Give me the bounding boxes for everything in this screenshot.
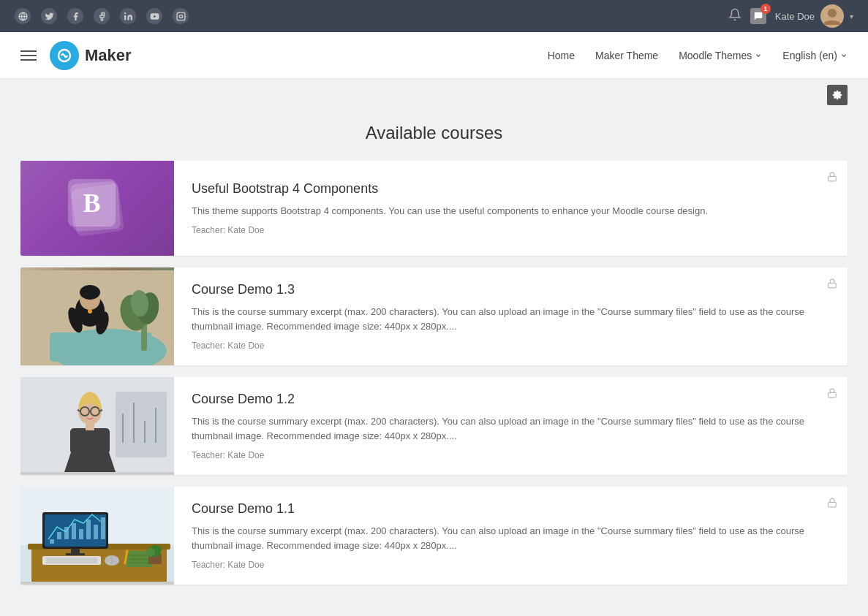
linkedin-icon[interactable] [120,8,136,24]
user-name: Kate Doe [775,11,815,22]
facebook-icon[interactable] [67,8,83,24]
course-body: Useful Bootstrap 4 Components This theme… [174,161,848,256]
logo-circle [50,41,79,70]
svg-rect-68 [829,502,837,506]
course-thumbnail-demo12 [20,377,174,475]
person-silhouette-2 [20,377,174,472]
settings-button[interactable] [827,85,848,105]
moodle-themes-link[interactable]: Moodle Themes [679,50,762,61]
course-teacher: Teacher: Kate Doe [192,450,818,460]
message-badge: 1 [761,4,771,14]
svg-point-6 [183,14,184,15]
course-teacher: Teacher: Kate Doe [192,341,818,351]
svg-rect-46 [57,532,61,539]
lock-icon [827,171,837,186]
svg-rect-9 [829,176,837,180]
course-teacher: Teacher: Kate Doe [192,560,818,570]
svg-rect-54 [66,553,85,555]
lock-icon [827,278,837,292]
svg-point-67 [154,546,162,553]
googleplus-icon[interactable] [94,8,110,24]
language-selector[interactable]: English (en) [782,50,848,61]
svg-rect-30 [70,428,110,454]
person-silhouette-1 [20,270,174,365]
svg-rect-38 [829,392,837,397]
logo[interactable]: Maker [50,41,132,70]
course-description: This is the course summary excerpt (max.… [192,524,818,552]
top-bar-right: 1 Kate Doe ▾ [728,4,853,28]
page-content: Available courses B Useful Bootstrap 4 C… [0,79,868,616]
course-teacher: Teacher: Kate Doe [192,225,818,235]
course-description: This is the course summary excerpt (max.… [192,414,818,443]
hamburger-menu[interactable] [20,50,37,61]
message-notification[interactable]: 1 [750,8,766,24]
svg-point-2 [124,12,126,14]
svg-rect-52 [101,517,105,539]
svg-rect-49 [79,529,83,539]
course-body: Course Demo 1.3 This is the course summa… [174,267,848,365]
course-body: Course Demo 1.1 This is the course summa… [174,487,848,585]
course-title: Course Demo 1.3 [192,282,818,297]
course-thumbnail-demo13 [20,267,174,365]
course-title: Course Demo 1.2 [192,392,818,407]
home-link[interactable]: Home [548,50,575,61]
svg-rect-48 [72,523,76,539]
page-title: Available courses [20,123,848,143]
desk-illustration [20,487,174,582]
svg-rect-51 [94,525,98,539]
course-list: B Useful Bootstrap 4 Components This the… [20,161,848,596]
svg-rect-23 [829,283,837,287]
course-thumbnail-bootstrap: B [20,161,174,256]
social-icons-group [15,8,189,24]
instagram-icon[interactable] [173,8,189,24]
course-card-demo-11[interactable]: Course Demo 1.1 This is the course summa… [20,487,848,585]
user-menu-chevron: ▾ [850,12,853,20]
logo-text: Maker [85,46,132,65]
course-title: Course Demo 1.1 [192,501,818,517]
bootstrap-icon: B [68,179,127,237]
course-description: This theme supports Bootstrap 4 componen… [192,204,818,218]
svg-rect-50 [86,520,91,539]
course-title: Useful Bootstrap 4 Components [192,181,818,197]
svg-rect-4 [177,12,185,20]
svg-point-19 [80,285,100,300]
lock-icon [827,387,837,402]
svg-rect-12 [50,332,152,362]
svg-rect-53 [71,549,80,553]
twitter-icon[interactable] [41,8,57,24]
top-bar: 1 Kate Doe ▾ [0,0,868,32]
course-thumbnail-demo11 [20,487,174,585]
course-card-bootstrap[interactable]: B Useful Bootstrap 4 Components This the… [20,161,848,256]
svg-rect-56 [46,558,97,563]
svg-point-66 [146,548,155,557]
svg-point-22 [88,309,92,313]
svg-rect-47 [64,527,69,539]
maker-theme-link[interactable]: Maker Theme [595,50,658,61]
svg-rect-45 [50,539,54,544]
youtube-icon[interactable] [146,8,162,24]
course-card-demo-13[interactable]: Course Demo 1.3 This is the course summa… [20,267,848,365]
lock-icon [827,497,837,512]
nav-bar: Maker Home Maker Theme Moodle Themes Eng… [0,32,868,79]
svg-point-8 [828,9,837,18]
course-card-demo-12[interactable]: Course Demo 1.2 This is the course summa… [20,377,848,475]
course-description: This is the course summary excerpt (max.… [192,305,818,333]
nav-links: Home Maker Theme Moodle Themes English (… [548,50,848,61]
user-menu[interactable]: Kate Doe ▾ [775,4,853,28]
avatar [820,4,844,28]
course-body: Course Demo 1.2 This is the course summa… [174,377,848,475]
svg-point-5 [179,15,182,18]
globe-icon[interactable] [15,8,31,24]
notification-bell[interactable] [728,8,741,25]
settings-icon-row [20,79,848,108]
